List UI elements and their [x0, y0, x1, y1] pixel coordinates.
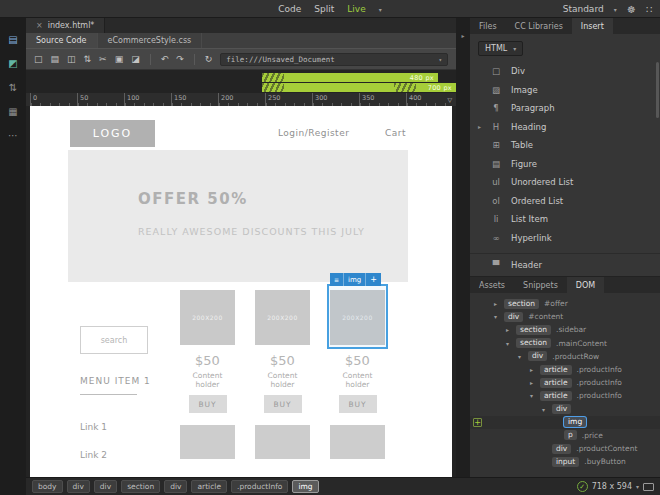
expand-icon[interactable]: ▸: [506, 326, 516, 333]
dom-tag[interactable]: div: [552, 404, 571, 414]
lint-ok-icon[interactable]: ✓: [577, 481, 588, 492]
dom-node-maincontent[interactable]: ▾ section .mainContent: [470, 337, 660, 350]
dom-tag[interactable]: article: [540, 378, 572, 388]
dom-node-price[interactable]: p .price: [470, 429, 660, 442]
dom-node-img-selected[interactable]: + img: [470, 416, 660, 429]
dom-tag[interactable]: section: [516, 325, 551, 335]
expand-icon[interactable]: ▸: [478, 123, 481, 130]
tag-selector-body[interactable]: body: [32, 480, 63, 493]
media-bar-grip[interactable]: [394, 83, 416, 92]
element-menu-icon[interactable]: ≡: [330, 273, 344, 286]
dom-tag[interactable]: input: [552, 457, 579, 467]
collapse-icon[interactable]: ▾: [506, 340, 516, 347]
product-image-placeholder[interactable]: 200X200: [180, 290, 235, 345]
login-register-link[interactable]: Login/Register: [278, 128, 349, 138]
related-file-source-code[interactable]: Source Code: [26, 33, 98, 48]
insert-item-list-item[interactable]: li List Item: [470, 210, 660, 229]
collapse-icon[interactable]: ▾: [494, 313, 504, 320]
media-bar-grip[interactable]: [262, 83, 284, 92]
buy-button[interactable]: BUY: [264, 395, 302, 413]
copy-icon[interactable]: ▣: [115, 54, 124, 64]
dom-tag[interactable]: div: [504, 312, 523, 322]
dom-node-productinfo[interactable]: ▾ article .productInfo: [470, 389, 660, 402]
tab-snippets[interactable]: Snippets: [514, 277, 567, 293]
dom-node-productinfo[interactable]: ▸ article .productInfo: [470, 363, 660, 376]
ruler-marker-icon[interactable]: ▽: [447, 96, 452, 103]
file-transfer-icon[interactable]: ⇅: [84, 54, 92, 64]
tag-selector-article[interactable]: article: [191, 480, 227, 493]
expand-icon[interactable]: ▸: [530, 379, 540, 386]
tag-selector-div[interactable]: div: [164, 480, 187, 493]
panel-collapse-icon[interactable]: ▸: [456, 32, 470, 39]
buy-button[interactable]: BUY: [339, 395, 377, 413]
search-input[interactable]: search: [80, 326, 148, 354]
selected-element-name[interactable]: img: [344, 273, 366, 286]
expand-icon[interactable]: ▸: [494, 300, 504, 307]
tab-files[interactable]: Files: [470, 18, 506, 34]
file-transfer-icon[interactable]: ⇅: [9, 82, 17, 93]
dom-tag[interactable]: section: [504, 299, 539, 309]
tab-insert[interactable]: Insert: [572, 18, 613, 34]
tag-selector-img-selected[interactable]: img: [292, 480, 318, 493]
expand-icon[interactable]: ▸: [530, 366, 540, 373]
category-dropdown-icon[interactable]: ▾: [513, 45, 516, 52]
media-bar-grip[interactable]: [262, 73, 284, 82]
product-image-placeholder[interactable]: 200X200: [255, 290, 310, 345]
dom-tag[interactable]: div: [528, 351, 547, 361]
tab-cc-libraries[interactable]: CC Libraries: [506, 18, 572, 34]
insert-item-ordered-list[interactable]: ol Ordered List: [470, 192, 660, 211]
panel-gutter[interactable]: ▸: [456, 18, 470, 477]
dom-tag[interactable]: article: [540, 365, 572, 375]
insert-item-unordered-list[interactable]: ul Unordered List: [470, 173, 660, 192]
dom-node-productrow[interactable]: ▾ div .productRow: [470, 350, 660, 363]
media-query-bar-700[interactable]: 700 px: [262, 83, 456, 92]
collapse-icon[interactable]: ▾: [518, 353, 528, 360]
tag-selector-div[interactable]: div: [67, 480, 90, 493]
document-tab[interactable]: × index.html*: [26, 18, 105, 33]
dom-node-offer[interactable]: ▸ section #offer: [470, 297, 660, 310]
insert-item-figure[interactable]: ▤ Figure: [470, 155, 660, 174]
undo-icon[interactable]: ↶: [161, 54, 169, 64]
offer-hero-section[interactable]: OFFER 50% REALLY AWESOME DISCOUNTS THIS …: [68, 150, 408, 282]
panel-scrollbar[interactable]: [656, 62, 659, 118]
dom-node-productinfo[interactable]: ▸ article .productInfo: [470, 376, 660, 389]
new-document-icon[interactable]: □: [34, 54, 43, 64]
dom-node-buybutton[interactable]: input .buyButton: [470, 455, 660, 468]
insert-item-paragraph[interactable]: ¶ Paragraph: [470, 99, 660, 118]
page-logo[interactable]: LOGO: [70, 120, 155, 147]
close-tab-icon[interactable]: ×: [36, 21, 43, 30]
view-mode-live[interactable]: Live: [347, 4, 365, 14]
dom-tag[interactable]: img: [564, 417, 586, 427]
media-query-bar-480[interactable]: 480 px: [262, 73, 438, 82]
dom-tag[interactable]: p: [564, 430, 577, 440]
dom-tag[interactable]: div: [552, 444, 571, 454]
files-panel-icon[interactable]: ▤: [8, 34, 17, 45]
workspace-dropdown-icon[interactable]: ▾: [614, 6, 617, 13]
refresh-icon[interactable]: ↻: [205, 54, 213, 64]
view-mode-code[interactable]: Code: [278, 4, 301, 14]
collapse-icon[interactable]: ▾: [542, 406, 552, 413]
css-designer-icon[interactable]: ▦: [8, 106, 17, 117]
dom-node-sidebar[interactable]: ▸ section .sidebar: [470, 323, 660, 336]
device-preview-icon[interactable]: [643, 483, 654, 491]
view-mode-split[interactable]: Split: [314, 4, 334, 14]
tab-assets[interactable]: Assets: [470, 277, 514, 293]
redo-icon[interactable]: ↷: [176, 54, 184, 64]
element-selection-outline[interactable]: [327, 284, 388, 349]
viewport-size[interactable]: 718 x 594: [592, 482, 632, 491]
sidebar-link-1[interactable]: Link 1: [80, 422, 107, 432]
url-dropdown-icon[interactable]: ▾: [438, 56, 442, 63]
workspace-layout-icon[interactable]: ∷: [646, 4, 652, 15]
dom-node-productcontent[interactable]: div .productContent: [470, 442, 660, 455]
collapse-icon[interactable]: ▾: [530, 392, 540, 399]
cut-icon[interactable]: ✂: [99, 54, 107, 64]
dom-node-div[interactable]: ▾ div: [470, 403, 660, 416]
insert-item-div[interactable]: □ Div: [470, 62, 660, 81]
dom-node-content[interactable]: ▾ div #content: [470, 310, 660, 323]
tag-selector-div[interactable]: div: [94, 480, 117, 493]
insert-item-hyperlink[interactable]: ∞ Hyperlink: [470, 229, 660, 248]
insert-item-header[interactable]: ▀ Header: [470, 256, 660, 275]
document-url-field[interactable]: file:///Unsaved_Document ▾: [220, 53, 448, 66]
paste-icon[interactable]: ◪: [131, 54, 140, 64]
viewport-dropdown-icon[interactable]: ▾: [636, 483, 639, 490]
